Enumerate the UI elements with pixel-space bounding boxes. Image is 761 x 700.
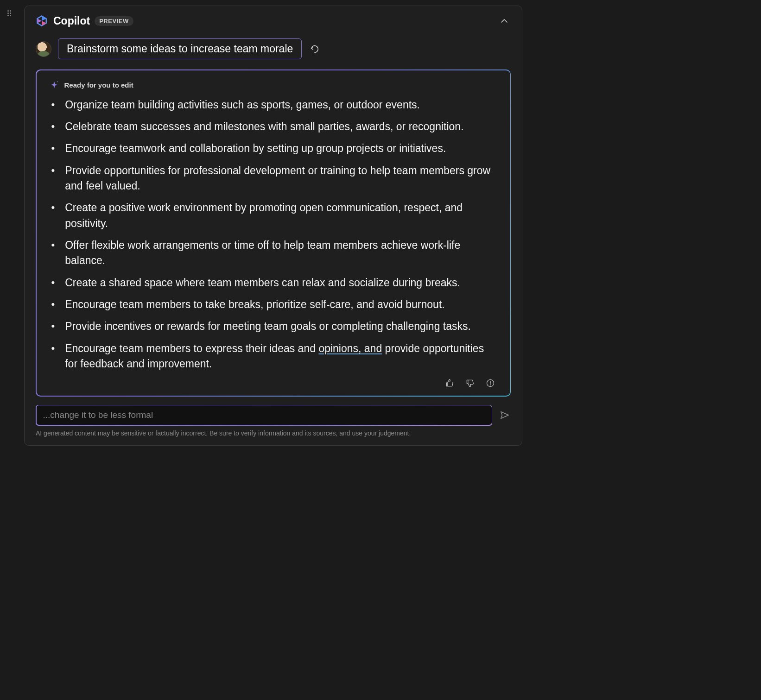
- list-item[interactable]: Create a positive work environment by pr…: [50, 200, 497, 231]
- drag-handle-icon[interactable]: [7, 10, 14, 17]
- user-prompt-pill[interactable]: Brainstorm some ideas to increase team m…: [58, 38, 302, 59]
- chevron-up-icon: [500, 17, 508, 25]
- list-item[interactable]: Celebrate team successes and milestones …: [50, 119, 497, 134]
- grammar-underline[interactable]: opinions, and: [318, 342, 382, 354]
- feedback-row: [50, 378, 497, 388]
- response-card: Ready for you to edit Organize team buil…: [36, 69, 511, 397]
- send-button[interactable]: [499, 409, 511, 421]
- list-item[interactable]: Provide opportunities for professional d…: [50, 163, 497, 194]
- list-item[interactable]: Create a shared space where team members…: [50, 275, 497, 290]
- list-item[interactable]: Encourage team members to express their …: [50, 341, 497, 372]
- report-button[interactable]: [485, 378, 495, 388]
- list-item[interactable]: Offer flexible work arrangements or time…: [50, 238, 497, 269]
- undo-icon: [309, 44, 319, 54]
- copilot-panel: Copilot PREVIEW Brainstorm some ideas to…: [24, 6, 522, 446]
- thumbs-up-icon: [445, 378, 454, 388]
- sparkle-icon: [50, 81, 59, 90]
- list-item[interactable]: Organize team building activities such a…: [50, 97, 497, 113]
- panel-title: Copilot: [53, 15, 90, 27]
- response-status-text: Ready for you to edit: [64, 81, 133, 89]
- list-item[interactable]: Provide incentives or rewards for meetin…: [50, 319, 497, 334]
- panel-header: Copilot PREVIEW: [25, 6, 522, 34]
- copilot-logo-icon: [36, 15, 48, 27]
- thumbs-up-button[interactable]: [444, 378, 455, 388]
- undo-button[interactable]: [308, 43, 320, 55]
- preview-badge: PREVIEW: [95, 16, 133, 26]
- report-icon: [486, 378, 495, 388]
- list-item[interactable]: Encourage team members to take breaks, p…: [50, 297, 497, 312]
- send-icon: [500, 410, 510, 420]
- disclaimer-text: AI generated content may be sensitive or…: [36, 429, 511, 437]
- thumbs-down-icon: [465, 378, 475, 388]
- thumbs-down-button[interactable]: [465, 378, 475, 388]
- ideas-list[interactable]: Organize team building activities such a…: [50, 97, 497, 372]
- followup-input[interactable]: [37, 405, 492, 425]
- response-status-row: Ready for you to edit: [50, 81, 497, 90]
- list-item[interactable]: Encourage teamwork and collaboration by …: [50, 141, 497, 156]
- prompt-row: Brainstorm some ideas to increase team m…: [25, 34, 522, 69]
- user-avatar: [36, 41, 51, 57]
- followup-row: [36, 405, 511, 426]
- svg-point-2: [490, 385, 491, 385]
- collapse-button[interactable]: [498, 14, 511, 27]
